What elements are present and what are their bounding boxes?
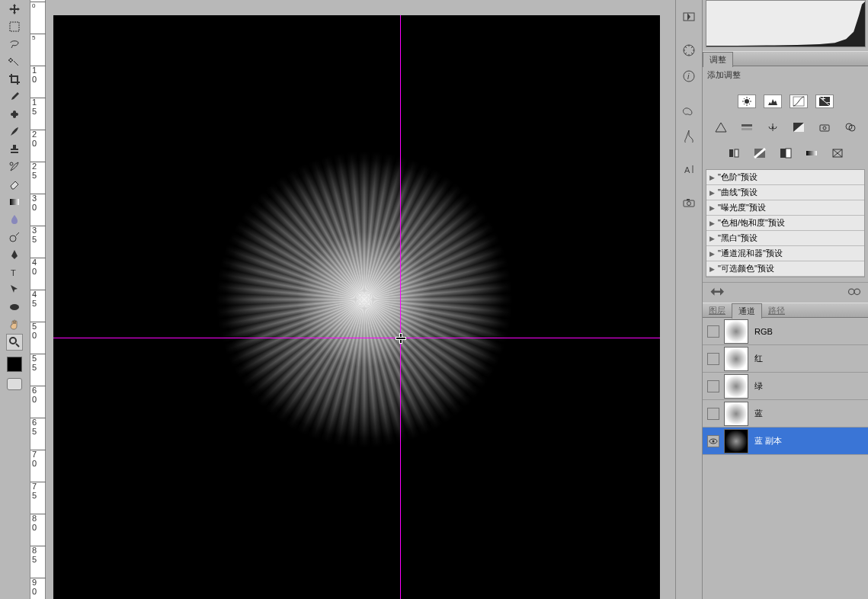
svg-rect-0: [10, 22, 19, 31]
svg-rect-33: [786, 149, 791, 158]
toolbar: T: [0, 0, 30, 599]
visibility-toggle[interactable]: [707, 408, 719, 420]
preset-item[interactable]: ▶"色相/饱和度"预设: [706, 216, 864, 231]
vibrance-icon[interactable]: [712, 120, 730, 134]
adjustments-tab[interactable]: 调整: [703, 52, 733, 67]
adjustment-presets-list: ▶"色阶"预设 ▶"曲线"预设 ▶"曝光度"预设 ▶"色相/饱和度"预设 ▶"黑…: [706, 169, 865, 277]
pen-tool[interactable]: [6, 246, 23, 263]
histogram-panel[interactable]: [706, 0, 866, 47]
black-white-icon[interactable]: [790, 120, 808, 134]
character-panel-icon[interactable]: A: [680, 160, 698, 178]
horizontal-guide[interactable]: [53, 338, 660, 338]
svg-rect-2: [13, 111, 16, 118]
preset-item[interactable]: ▶"色阶"预设: [706, 170, 864, 185]
foreground-color-swatch[interactable]: [7, 357, 22, 372]
gradient-tool[interactable]: [6, 194, 23, 210]
posterize-icon[interactable]: [751, 146, 769, 160]
hand-tool[interactable]: [6, 316, 23, 333]
threshold-icon[interactable]: [777, 146, 795, 160]
svg-rect-25: [820, 125, 829, 131]
swatches-panel-icon[interactable]: [680, 127, 698, 145]
healing-tool[interactable]: [6, 106, 23, 123]
hue-sat-icon[interactable]: [738, 120, 756, 134]
info-panel-icon[interactable]: i: [680, 67, 698, 85]
svg-text:i: i: [687, 72, 690, 81]
visibility-toggle[interactable]: [707, 325, 719, 338]
exposure-icon[interactable]: +−: [815, 94, 834, 108]
channel-blue[interactable]: 蓝: [703, 400, 868, 428]
layers-tab[interactable]: 图层: [703, 303, 732, 318]
adjustments-subtitle: 添加调整: [703, 66, 868, 84]
svg-text:T: T: [11, 268, 16, 277]
color-panel-icon[interactable]: [680, 101, 698, 119]
svg-point-37: [854, 289, 860, 295]
channels-panel-tabs: 图层 通道 路径: [703, 303, 868, 318]
quick-mask-toggle[interactable]: [7, 378, 22, 390]
svg-point-5: [10, 235, 16, 242]
crop-tool[interactable]: [6, 71, 23, 88]
canvas[interactable]: [53, 15, 660, 599]
blur-tool[interactable]: [6, 211, 23, 228]
preset-item[interactable]: ▶"可选颜色"预设: [706, 261, 864, 277]
adjustments-panel-body: +− ▶"色阶"预设 ▶"曲线"预设 ▶"曝光度"预设 ▶"色相/饱和度"预设 …: [703, 84, 868, 282]
wand-tool[interactable]: [6, 53, 23, 70]
brightness-contrast-icon[interactable]: [738, 94, 756, 108]
svg-text:+: +: [821, 96, 825, 103]
marquee-tool[interactable]: [6, 18, 23, 35]
eraser-tool[interactable]: [6, 176, 23, 193]
path-select-tool[interactable]: [6, 281, 23, 298]
channels-tab[interactable]: 通道: [732, 303, 762, 319]
gradient-map-icon[interactable]: [802, 146, 821, 160]
curves-icon[interactable]: [790, 94, 808, 108]
channel-rgb[interactable]: RGB: [703, 318, 868, 345]
channel-green[interactable]: 绿: [703, 373, 868, 400]
history-panel-icon[interactable]: [680, 8, 698, 26]
visibility-toggle[interactable]: [707, 353, 719, 365]
navigator-panel-icon[interactable]: [680, 41, 698, 59]
svg-rect-4: [10, 199, 19, 205]
channels-panel: 图层 通道 路径 RGB 红 绿 蓝: [703, 303, 868, 455]
visibility-toggle[interactable]: [707, 435, 719, 447]
channel-red[interactable]: 红: [703, 345, 868, 373]
svg-rect-16: [687, 199, 690, 200]
vertical-guide[interactable]: [400, 15, 401, 599]
expand-icon[interactable]: [709, 286, 724, 298]
channel-mixer-icon[interactable]: [841, 120, 860, 134]
cursor-crosshair: [396, 334, 405, 343]
clip-icon[interactable]: [847, 286, 862, 298]
channel-thumbnail: [724, 319, 748, 344]
selective-color-icon[interactable]: [828, 146, 847, 160]
stamp-tool[interactable]: [6, 141, 23, 158]
eye-icon: [709, 437, 718, 445]
preset-item[interactable]: ▶"曝光度"预设: [706, 200, 864, 216]
photo-filter-icon[interactable]: [815, 120, 834, 134]
svg-rect-34: [806, 151, 817, 155]
camera-panel-icon[interactable]: [680, 194, 698, 212]
preset-item[interactable]: ▶"通道混和器"预设: [706, 246, 864, 261]
svg-point-3: [10, 162, 13, 165]
shape-tool[interactable]: [6, 299, 23, 316]
history-brush-tool[interactable]: [6, 159, 23, 175]
levels-icon[interactable]: [764, 94, 782, 108]
color-balance-icon[interactable]: [764, 120, 782, 134]
brush-tool[interactable]: [6, 123, 23, 140]
dodge-tool[interactable]: [6, 229, 23, 245]
lasso-tool[interactable]: [6, 36, 23, 53]
vertical-ruler: 0 5 10 15 20 25 30 35 40 45 50 55 60 65 …: [30, 0, 46, 599]
invert-icon[interactable]: [725, 146, 743, 160]
channel-blue-copy[interactable]: 蓝 副本: [703, 428, 868, 455]
svg-text:A: A: [684, 165, 690, 175]
svg-point-7: [10, 304, 19, 310]
canvas-area: 0 5 10 15 20 25 30 35 40 45 50 55 60 65 …: [30, 0, 675, 599]
preset-item[interactable]: ▶"黑白"预设: [706, 231, 864, 246]
type-tool[interactable]: T: [6, 264, 23, 280]
paths-tab[interactable]: 路径: [762, 303, 791, 318]
preset-item[interactable]: ▶"曲线"预设: [706, 185, 864, 200]
zoom-tool[interactable]: [6, 334, 23, 351]
channel-thumbnail: [724, 347, 748, 371]
move-tool[interactable]: [6, 1, 23, 18]
svg-rect-23: [741, 128, 752, 130]
visibility-toggle[interactable]: [707, 380, 719, 392]
svg-point-8: [10, 338, 16, 344]
eyedropper-tool[interactable]: [6, 88, 23, 105]
